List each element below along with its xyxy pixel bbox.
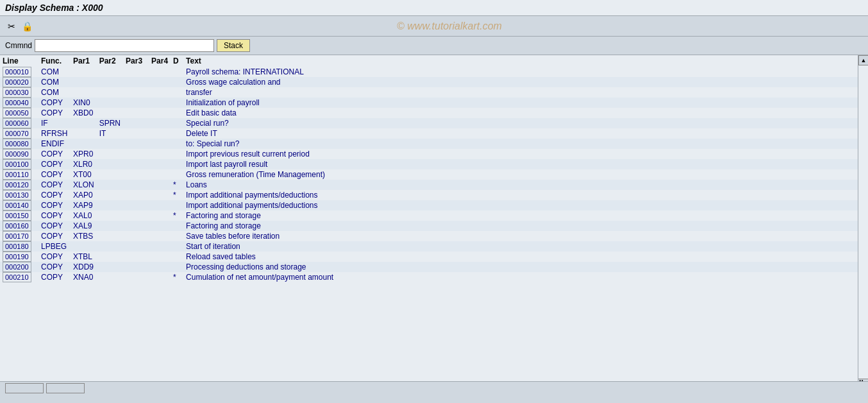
- cell-func: COM: [38, 87, 71, 98]
- cell-func: RFRSH: [38, 128, 71, 139]
- table-row[interactable]: 000140COPYXAP9Import additional payments…: [0, 200, 868, 210]
- cell-func: COPY: [38, 169, 71, 180]
- cell-text: Cumulation of net amount/payment amount: [183, 272, 868, 282]
- cell-par1: [71, 128, 97, 139]
- header-func: Func.: [38, 55, 71, 67]
- cell-par4: [149, 77, 171, 87]
- cell-par4: [149, 210, 171, 221]
- table-row[interactable]: 000090COPYXPR0Import previous result cur…: [0, 149, 868, 159]
- cell-par2: [97, 231, 123, 241]
- cell-func: COPY: [38, 159, 71, 169]
- scissors-icon[interactable]: ✂: [5, 20, 18, 33]
- cell-par4: [149, 139, 171, 149]
- cell-par3: [123, 87, 149, 98]
- header-par1: Par1: [71, 55, 97, 67]
- cell-d: *: [171, 272, 183, 282]
- cell-par2: [97, 272, 123, 282]
- cell-line: 000170: [0, 231, 38, 241]
- cell-func: COPY: [38, 108, 71, 118]
- lock-icon[interactable]: 🔒: [21, 20, 33, 33]
- cell-par1: [71, 139, 97, 149]
- table-row[interactable]: 000070RFRSHITDelete IT: [0, 128, 868, 139]
- cell-par3: [123, 139, 149, 149]
- cell-par1: XLON: [71, 180, 97, 190]
- cell-line: 000050: [0, 108, 38, 118]
- watermark: © www.tutorialkart.com: [36, 21, 863, 32]
- cell-par2: [97, 108, 123, 118]
- cell-par4: [149, 190, 171, 200]
- cell-line: 000100: [0, 159, 38, 169]
- cell-par4: [149, 67, 171, 77]
- cell-par2: [97, 180, 123, 190]
- cell-func: COPY: [38, 221, 71, 231]
- cell-d: [171, 108, 183, 118]
- cell-par1: XAL9: [71, 221, 97, 231]
- table-row[interactable]: 000150COPYXAL0*Factoring and storage: [0, 210, 868, 221]
- cell-par1: XAP0: [71, 190, 97, 200]
- table-row[interactable]: 000120COPYXLON*Loans: [0, 180, 868, 190]
- table-row[interactable]: 000100COPYXLR0Import last payroll result: [0, 159, 868, 169]
- header-line: Line: [0, 55, 38, 67]
- toolbar: ✂ 🔒 © www.tutorialkart.com: [0, 16, 868, 37]
- table-row[interactable]: 000130COPYXAP0*Import additional payment…: [0, 190, 868, 200]
- cell-d: [171, 221, 183, 231]
- cell-par1: [71, 87, 97, 98]
- cell-par2: [97, 98, 123, 108]
- window-title: Display Schema : X000: [5, 3, 103, 13]
- table-row[interactable]: 000040COPYXIN0Initialization of payroll: [0, 98, 868, 108]
- cell-par1: [71, 77, 97, 87]
- table-row[interactable]: 000010COMPayroll schema: INTERNATIONAL: [0, 67, 868, 77]
- table-row[interactable]: 000210COPYXNA0*Cumulation of net amount/…: [0, 272, 868, 282]
- header-text: Text: [183, 55, 868, 67]
- cell-par1: XAL0: [71, 210, 97, 221]
- cell-par2: [97, 190, 123, 200]
- cell-par2: [97, 241, 123, 252]
- cell-text: transfer: [183, 87, 868, 98]
- table-row[interactable]: 000110COPYXT00Gross remuneration (Time M…: [0, 169, 868, 180]
- cell-func: COPY: [38, 98, 71, 108]
- cell-text: Factoring and storage: [183, 221, 868, 231]
- stack-button[interactable]: Stack: [217, 39, 250, 52]
- cell-line: 000140: [0, 200, 38, 210]
- cell-par2: IT: [97, 128, 123, 139]
- cell-line: 000210: [0, 272, 38, 282]
- cell-text: Processing deductions and storage: [183, 262, 868, 272]
- cell-par4: [149, 98, 171, 108]
- cell-par2: [97, 210, 123, 221]
- cell-par3: [123, 272, 149, 282]
- cell-d: [171, 252, 183, 262]
- command-label: Cmmnd: [5, 41, 32, 50]
- cell-func: COM: [38, 77, 71, 87]
- cell-line: 000080: [0, 139, 38, 149]
- cell-text: Import additional payments/deductions: [183, 190, 868, 200]
- table-row[interactable]: 000080ENDIFto: Special run?: [0, 139, 868, 149]
- cell-d: [171, 159, 183, 169]
- status-segment-1: [5, 383, 44, 393]
- cell-text: Delete IT: [183, 128, 868, 139]
- table-row[interactable]: 000190COPYXTBLReload saved tables: [0, 252, 868, 262]
- scroll-up-button[interactable]: ▲: [858, 55, 868, 65]
- table-row[interactable]: 000170COPYXTBSSave tables before iterati…: [0, 231, 868, 241]
- table-row[interactable]: 000180LPBEGStart of iteration: [0, 241, 868, 252]
- table-row[interactable]: 000200COPYXDD9 Processing deductions and…: [0, 262, 868, 272]
- cell-par1: XLR0: [71, 159, 97, 169]
- table-row[interactable]: 000030COM transfer: [0, 87, 868, 98]
- cell-par3: [123, 118, 149, 128]
- cell-par2: [97, 221, 123, 231]
- table-row[interactable]: 000060IFSPRNSpecial run?: [0, 118, 868, 128]
- cell-text: Gross remuneration (Time Management): [183, 169, 868, 180]
- cell-par3: [123, 210, 149, 221]
- table-row[interactable]: 000160COPYXAL9Factoring and storage: [0, 221, 868, 231]
- cell-par4: [149, 87, 171, 98]
- cell-par3: [123, 190, 149, 200]
- cell-func: COPY: [38, 190, 71, 200]
- command-input[interactable]: [35, 39, 214, 52]
- cell-par3: [123, 98, 149, 108]
- cell-par3: [123, 252, 149, 262]
- table-row[interactable]: 000050COPYXBD0Edit basic data: [0, 108, 868, 118]
- status-bar: [0, 381, 868, 394]
- table-row[interactable]: 000020COM Gross wage calculation and: [0, 77, 868, 87]
- cell-par4: [149, 231, 171, 241]
- cell-func: COPY: [38, 231, 71, 241]
- cell-line: 000130: [0, 190, 38, 200]
